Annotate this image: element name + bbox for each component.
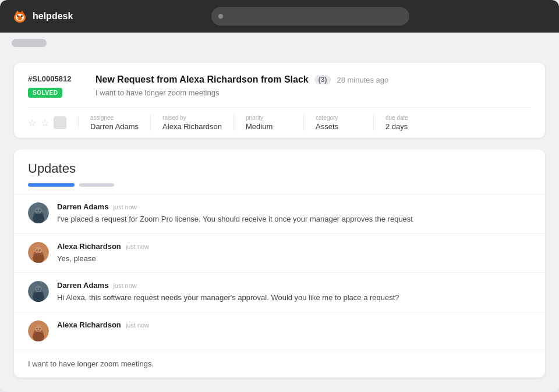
svg-point-9 (35, 207, 42, 214)
svg-point-28 (37, 328, 38, 329)
progress-bar-inactive (79, 183, 114, 187)
ticket-info: New Request from Alexa Richardson from S… (95, 74, 531, 97)
meta-category: category Assets (304, 115, 374, 131)
update-items-container: Darren Adamsjust nowI've placed a reques… (14, 194, 545, 350)
meta-assignee: assignee Darren Adams (79, 115, 151, 131)
search-bar[interactable] (211, 7, 409, 26)
assignee-value: Darren Adams (90, 122, 139, 131)
progress-bars (28, 183, 531, 187)
svg-point-16 (37, 250, 38, 251)
update-time: just now (126, 243, 149, 250)
svg-point-6 (21, 15, 23, 17)
avatar (28, 202, 49, 223)
meta-checkbox[interactable] (54, 116, 66, 129)
update-author-row: Alexa Richardsonjust now (57, 242, 531, 251)
svg-marker-3 (15, 10, 20, 14)
meta-due-date: due date 2 days (374, 115, 444, 131)
star-empty-icon[interactable]: ☆ (28, 117, 36, 129)
app-name: helpdesk (33, 11, 73, 22)
ticket-title-row: New Request from Alexa Richardson from S… (95, 74, 531, 85)
update-message: Yes, please (57, 253, 531, 265)
search-bar-container (73, 7, 547, 26)
update-author: Darren Adams (57, 202, 108, 211)
ticket-count-badge: (3) (314, 75, 331, 84)
meta-raised-by: raised by Alexa Richardson (151, 115, 234, 131)
logo-area: helpdesk (12, 8, 73, 24)
priority-value: Medium (246, 122, 292, 131)
bottom-message: I want to have longer zoom meetings. (14, 350, 545, 377)
svg-point-23 (40, 288, 41, 290)
update-time: just now (113, 282, 136, 289)
ticket-card: #SL0005812 SOLVED New Request from Alexa… (14, 63, 545, 138)
update-content: Darren Adamsjust nowHi Alexa, this softw… (57, 281, 531, 304)
svg-point-11 (40, 210, 41, 211)
update-author: Alexa Richardson (57, 242, 121, 251)
update-time: just now (126, 322, 149, 329)
update-content: Alexa Richardsonjust nowYes, please (57, 242, 531, 265)
update-message: Hi Alexa, this software request needs yo… (57, 292, 531, 304)
priority-label: priority (246, 115, 292, 121)
update-author: Alexa Richardson (57, 320, 121, 329)
search-icon (218, 14, 223, 19)
update-item: Darren Adamsjust nowI've placed a reques… (14, 194, 545, 233)
category-value: Assets (316, 122, 362, 131)
due-date-label: due date (385, 115, 432, 121)
meta-priority: priority Medium (234, 115, 304, 131)
solved-badge: SOLVED (28, 88, 62, 98)
update-author-row: Darren Adamsjust now (57, 281, 531, 290)
star-filled-icon[interactable]: ☆ (41, 117, 49, 129)
updates-header: Updates (14, 149, 545, 194)
svg-marker-4 (20, 10, 24, 14)
main-content: #SL0005812 SOLVED New Request from Alexa… (0, 54, 559, 392)
updates-section: Updates Darren Adamsjust nowI've placed … (14, 149, 545, 377)
svg-point-10 (37, 210, 38, 211)
svg-point-17 (40, 250, 41, 251)
raised-by-label: raised by (162, 115, 222, 121)
ticket-id-col: #SL0005812 SOLVED (28, 74, 86, 98)
update-message: I've placed a request for Zoom Pro licen… (57, 213, 531, 225)
svg-point-21 (35, 286, 42, 293)
meta-actions: ☆ ☆ (28, 116, 79, 129)
update-item: Alexa Richardsonjust now (14, 312, 545, 350)
ticket-title: New Request from Alexa Richardson from S… (95, 74, 309, 85)
app-header: helpdesk (0, 0, 559, 33)
category-label: category (316, 115, 362, 121)
update-item: Alexa Richardsonjust nowYes, please (14, 233, 545, 273)
avatar (28, 320, 49, 341)
update-author: Darren Adams (57, 281, 108, 290)
assignee-label: assignee (90, 115, 139, 121)
due-date-value: 2 days (385, 122, 432, 131)
ticket-time: 28 minutes ago (337, 76, 388, 84)
updates-title: Updates (28, 161, 531, 176)
update-time: just now (113, 204, 136, 211)
progress-bar-active (28, 183, 75, 187)
update-content: Alexa Richardsonjust now (57, 320, 531, 332)
update-item: Darren Adamsjust nowHi Alexa, this softw… (14, 272, 545, 312)
raised-by-value: Alexa Richardson (162, 122, 222, 131)
ticket-meta: ☆ ☆ assignee Darren Adams raised by Alex… (28, 107, 531, 138)
subheader-pill (12, 39, 47, 47)
update-author-row: Alexa Richardsonjust now (57, 320, 531, 329)
svg-point-22 (37, 288, 38, 290)
ticket-top: #SL0005812 SOLVED New Request from Alexa… (28, 74, 531, 107)
ticket-description: I want to have longer zoom meetings (95, 88, 531, 97)
update-content: Darren Adamsjust nowI've placed a reques… (57, 202, 531, 225)
avatar (28, 242, 49, 263)
ticket-id: #SL0005812 (28, 74, 71, 83)
helpdesk-logo-icon (12, 8, 28, 24)
subheader (0, 33, 559, 54)
svg-point-5 (17, 15, 19, 17)
avatar (28, 281, 49, 302)
update-author-row: Darren Adamsjust now (57, 202, 531, 211)
svg-point-29 (40, 328, 41, 329)
